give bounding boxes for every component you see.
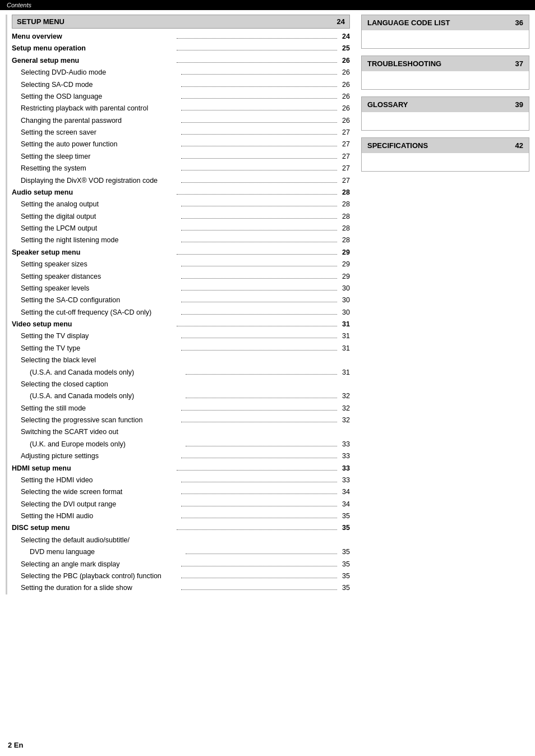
toc-item: (U.S.A. and Canada models only)31 (12, 367, 350, 379)
toc-item: HDMI setup menu33 (12, 463, 350, 474)
toc-dots (181, 302, 338, 302)
toc-label: Setting speaker sizes (12, 259, 179, 270)
footer-text: 2 En (8, 741, 23, 749)
right-section-title: GLOSSARY (367, 100, 408, 109)
toc-item: Adjusting picture settings33 (12, 450, 350, 462)
toc-page: 28 (339, 223, 350, 234)
toc-page: 28 (339, 199, 350, 210)
toc-item: Setting the sleep timer27 (12, 151, 350, 163)
toc-dots (181, 110, 338, 110)
toc-dots (177, 194, 338, 195)
toc-page: 26 (339, 91, 350, 102)
toc-page: 32 (339, 403, 350, 414)
toc-page: 30 (339, 283, 350, 294)
toc-dots (181, 314, 338, 315)
toc-page: 32 (339, 415, 350, 426)
toc-dots (181, 122, 338, 123)
toc-label: Setting the night listening mode (12, 235, 179, 246)
toc-dots (181, 158, 338, 159)
toc-page: 30 (339, 295, 350, 306)
toc-label: Setting the SA-CD configuration (12, 295, 179, 306)
toc-item: Setting speaker sizes29 (12, 259, 350, 270)
toc-item: Audio setup menu28 (12, 187, 350, 199)
toc-page: 33 (339, 475, 350, 486)
toc-page: 33 (339, 463, 350, 474)
right-section-title: LANGUAGE CODE LIST (367, 19, 450, 27)
toc-label: Setting speaker distances (12, 271, 179, 282)
toc-label: Setting the TV type (12, 343, 179, 354)
toc-page: 28 (339, 211, 350, 222)
toc-item: Menu overview24 (12, 31, 350, 43)
toc-label: Setting the LPCM output (12, 223, 179, 234)
toc-page: 34 (339, 487, 350, 497)
toc-label: Adjusting picture settings (12, 451, 179, 462)
toc-label: Changing the parental password (12, 116, 179, 126)
toc-dots (181, 290, 338, 291)
toc-item: Setting the duration for a slide show35 (12, 582, 350, 594)
right-section: LANGUAGE CODE LIST36 (361, 15, 529, 49)
toc-page: 27 (339, 151, 350, 162)
toc-label: Setting the digital output (12, 211, 179, 222)
toc-page: 28 (339, 187, 350, 198)
toc-label: Setting the still mode (12, 403, 179, 414)
toc-page: 26 (339, 116, 350, 126)
right-section: TROUBLESHOOTING37 (361, 56, 529, 90)
right-section-title: TROUBLESHOOTING (367, 59, 441, 68)
toc-label: (U.K. and Europe models only) (12, 439, 184, 450)
toc-label: Menu overview (12, 31, 175, 42)
toc-item: Switching the SCART video out (12, 426, 350, 438)
right-column: LANGUAGE CODE LIST36TROUBLESHOOTING37GLO… (361, 15, 529, 598)
toc-dots (181, 98, 338, 99)
toc-item: Selecting the DVI output range34 (12, 499, 350, 510)
toc-dots (181, 146, 338, 146)
toc-dots (181, 278, 338, 279)
toc-label: Resetting the system (12, 163, 179, 174)
toc-dots (181, 74, 338, 75)
toc-page: 31 (339, 367, 350, 378)
toc-page: 26 (339, 103, 350, 114)
toc-label: Setting the TV display (12, 331, 179, 342)
toc-label: Speaker setup menu (12, 247, 175, 258)
toc-dots (181, 206, 338, 206)
toc-label: Video setup menu (12, 319, 175, 330)
toc-item: Resetting the system27 (12, 163, 350, 174)
toc-label: Setting the sleep timer (12, 151, 179, 162)
toc-label: DVD menu language (12, 547, 184, 557)
right-sections-container: LANGUAGE CODE LIST36TROUBLESHOOTING37GLO… (361, 15, 529, 172)
toc-label: Setting the analog output (12, 199, 179, 210)
toc-page: 35 (339, 523, 350, 533)
toc-item: Selecting the wide screen format34 (12, 486, 350, 498)
toc-dots (181, 518, 338, 518)
page-footer: 2 En (8, 741, 23, 749)
toc-dots (181, 230, 338, 231)
toc-list: Menu overview24Setup menu operation25Gen… (12, 31, 350, 594)
toc-dots (181, 578, 338, 578)
toc-page: 35 (339, 583, 350, 593)
toc-label: Setting the cut-off frequency (SA-CD onl… (12, 307, 179, 318)
setup-menu-header: SETUP MENU 24 (12, 15, 350, 29)
right-section-page: 39 (515, 100, 523, 109)
toc-item: Video setup menu31 (12, 319, 350, 330)
toc-item: Setting the digital output28 (12, 211, 350, 223)
toc-dots (177, 38, 338, 39)
toc-dots (186, 554, 338, 554)
toc-label: Selecting SA-CD mode (12, 80, 179, 90)
toc-dots (186, 446, 338, 446)
toc-page: 35 (339, 511, 350, 522)
toc-label: Selecting the black level (12, 355, 339, 366)
toc-page: 26 (339, 56, 350, 66)
page-wrapper: Contents SETUP MENU 24 Menu overview24Se… (0, 0, 535, 756)
toc-page: 33 (339, 439, 350, 450)
right-section-header: TROUBLESHOOTING37 (362, 56, 529, 71)
right-section-page: 36 (515, 19, 523, 27)
toc-label: Setting the OSD language (12, 91, 179, 102)
toc-item: Selecting the progressive scan function3… (12, 414, 350, 426)
toc-page: 30 (339, 307, 350, 318)
toc-page: 25 (339, 43, 350, 54)
header-label: Contents (7, 2, 31, 8)
toc-item: Setting speaker levels30 (12, 283, 350, 294)
toc-label: Setting the duration for a slide show (12, 583, 179, 593)
toc-label: Selecting the default audio/subtitle/ (12, 535, 339, 546)
toc-label: Restricting playback with parental contr… (12, 103, 179, 114)
toc-label: Selecting the DVI output range (12, 499, 179, 510)
